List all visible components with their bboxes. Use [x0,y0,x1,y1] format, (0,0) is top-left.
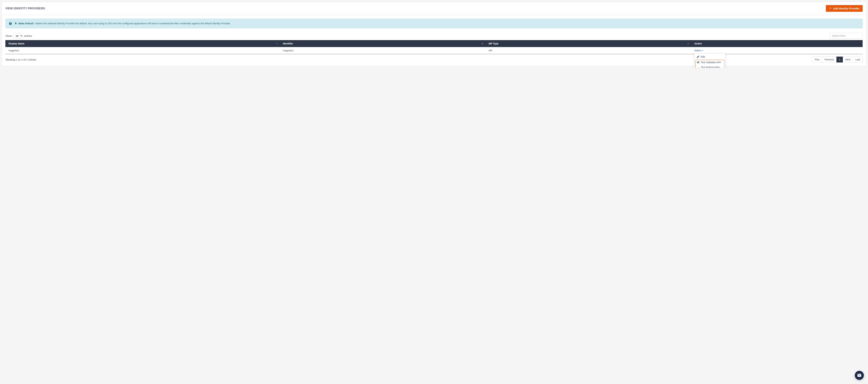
col-display-name[interactable]: Display Name [5,40,280,47]
search-input[interactable] [830,33,863,39]
table-controls: Show 10 entries [5,33,863,39]
entries-label: entries [24,34,32,37]
show-entries-control: Show 10 entries [5,33,32,39]
col-idp-type[interactable]: IdP Type [485,40,691,47]
cell-identifier: magento1 [280,47,485,54]
table-footer: Showing 1 to 1 of 1 entries First Previo… [5,57,863,63]
page-next-button[interactable]: Next [843,57,853,63]
action-test-validation-api[interactable]: Test Validation API [695,60,724,65]
main-panel: VIEW IDENTITY PROVIDERS Add Identity Pro… [2,2,866,66]
entries-select[interactable]: 10 [13,33,23,39]
page-prev-button[interactable]: Previous [822,57,836,63]
info-banner-text: Make Default : Makes the selected Identi… [15,22,230,25]
add-button-label: Add Identity Provider [833,7,860,10]
show-label: Show [5,34,12,37]
action-test-authorization-api[interactable]: Test Authorization API [695,65,724,68]
col-idp-type-label: IdP Type [489,42,498,45]
col-identifier[interactable]: Identifier [280,40,485,47]
plus-icon [829,7,832,10]
sort-icon [687,42,689,44]
cell-display-name: magento1 [5,47,280,54]
info-icon [9,22,12,25]
gears-icon [697,61,700,64]
showing-text: Showing 1 to 1 of 1 entries [5,58,36,61]
action-dropdown-menu: Edit Test Validation API Te [694,53,725,68]
page-title: VIEW IDENTITY PROVIDERS [5,7,45,10]
action-edit-label: Edit [701,55,705,58]
col-identifier-label: Identifier [283,42,293,45]
cursor-icon [15,22,17,25]
action-test-authorization-label: Test Authorization API [701,66,723,68]
table-header-row: Display Name Identifier IdP Type [5,40,863,47]
cell-action: Select Edit [691,47,863,54]
caret-down-icon [702,50,703,51]
select-action-dropdown[interactable]: Select [694,49,703,52]
action-edit[interactable]: Edit [694,54,725,59]
page-last-button[interactable]: Last [853,57,863,63]
idp-table: Display Name Identifier IdP Type [5,40,863,54]
info-banner-label: Make Default : [19,22,35,25]
col-action: Action [691,40,863,47]
cell-idp-type: API [485,47,691,54]
page-number-button[interactable]: 1 [836,57,843,63]
page-header: VIEW IDENTITY PROVIDERS Add Identity Pro… [2,2,866,15]
gears-icon [697,67,700,68]
pagination: First Previous 1 Next Last [812,57,863,63]
content-area: Make Default : Makes the selected Identi… [2,15,866,66]
sort-icon [276,43,278,44]
col-action-label: Action [694,42,702,45]
add-identity-provider-button[interactable]: Add Identity Provider [826,5,863,12]
sort-icon [482,42,483,44]
col-display-name-label: Display Name [8,42,25,45]
edit-icon [697,56,699,58]
info-banner: Make Default : Makes the selected Identi… [5,19,863,28]
info-banner-description: Makes the selected Identity Provider the… [36,22,231,25]
select-action-label: Select [694,49,701,52]
page-first-button[interactable]: First [812,57,822,63]
action-test-validation-label: Test Validation API [701,61,721,64]
table-row: magento1 magento1 API Select [5,47,863,54]
highlighted-actions: Test Validation API Test Authorization A… [695,60,724,68]
